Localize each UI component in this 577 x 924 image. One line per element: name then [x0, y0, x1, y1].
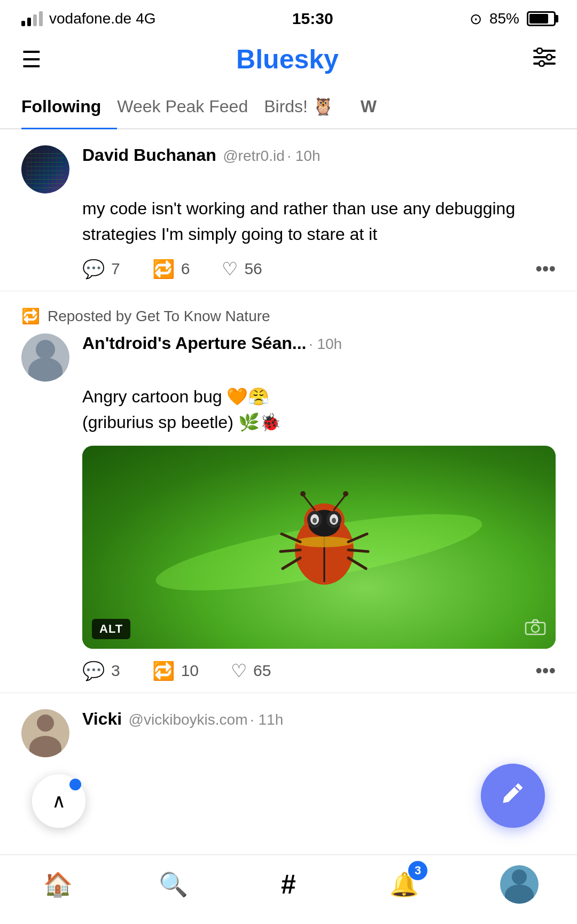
scroll-up-button[interactable]: ∧	[32, 774, 85, 828]
post-2-reply-btn[interactable]: 💬 3	[82, 660, 120, 681]
svg-line-21	[348, 550, 368, 552]
post-3-time: · 11h	[250, 711, 283, 728]
status-time: 15:30	[292, 10, 333, 28]
tabs-container: Following Week Peak Feed Birds! 🦉 W	[0, 86, 577, 129]
post-1-header: David Buchanan @retr0.id · 10h	[21, 145, 556, 193]
filter-button[interactable]	[533, 46, 556, 72]
nav-home[interactable]: 🏠	[36, 863, 79, 906]
repost-icon: 🔁	[152, 258, 175, 279]
post-1-text: my code isn't working and rather than us…	[82, 196, 556, 247]
status-right: ⊙ 85%	[470, 10, 556, 28]
post-1-avatar[interactable]	[21, 145, 69, 193]
post-2-avatar[interactable]	[21, 333, 69, 382]
post-2-actions: 💬 3 🔁 10 ♡ 65 •••	[82, 659, 556, 682]
svg-point-26	[343, 491, 348, 496]
post-2-text: Angry cartoon bug 🧡😤 (griburius sp beetl…	[82, 384, 556, 435]
post-2: 🔁 Reposted by Get To Know Nature An'tdro…	[0, 291, 577, 693]
post-1-author[interactable]: David Buchanan	[82, 145, 216, 165]
nav-search[interactable]: 🔍	[152, 863, 194, 906]
post-3-avatar[interactable]	[21, 709, 69, 757]
nav-notifications[interactable]: 🔔 3	[383, 863, 425, 906]
bottom-nav: 🏠 🔍 # 🔔 3	[0, 855, 577, 924]
scroll-up-dot	[69, 779, 81, 790]
like-icon-2: ♡	[231, 660, 247, 681]
svg-point-16	[295, 537, 354, 547]
nav-profile[interactable]	[498, 863, 541, 906]
like-count: 56	[244, 260, 262, 278]
post-2-repost-btn[interactable]: 🔁 10	[152, 660, 199, 681]
reply-count: 7	[111, 260, 120, 278]
compose-icon	[499, 779, 527, 813]
post-3-author[interactable]: Vicki	[82, 709, 122, 728]
post-3-preview: Vicki @vickiboykis.com · 11h	[0, 693, 577, 763]
post-2-header: An'tdroid's Aperture Séan... · 10h	[21, 333, 556, 382]
tab-birds[interactable]: Birds! 🦉	[264, 86, 350, 128]
svg-line-18	[280, 550, 300, 552]
battery-icon	[527, 11, 556, 26]
svg-point-5	[539, 61, 544, 66]
like-icon: ♡	[222, 258, 238, 279]
svg-point-25	[300, 491, 306, 496]
signal-bars	[21, 11, 43, 26]
repost-indicator: 🔁 Reposted by Get To Know Nature	[21, 307, 556, 325]
tab-w[interactable]: W	[355, 86, 382, 128]
post-2-time: · 10h	[309, 336, 342, 352]
post-2-meta: An'tdroid's Aperture Séan... · 10h	[82, 333, 556, 353]
post-1-time: · 10h	[287, 147, 320, 164]
svg-point-4	[547, 55, 552, 60]
post-1-more-btn[interactable]: •••	[535, 258, 556, 280]
reply-icon-2: 💬	[82, 660, 105, 681]
scroll-up-icon: ∧	[52, 790, 66, 812]
repost-icon-2: 🔁	[152, 660, 175, 681]
svg-point-14	[332, 518, 336, 523]
beetle-illustration	[271, 488, 378, 595]
svg-point-3	[537, 48, 542, 53]
post-2-author[interactable]: An'tdroid's Aperture Séan...	[82, 333, 306, 353]
post-3-meta: Vicki @vickiboykis.com · 11h	[82, 709, 556, 729]
svg-point-13	[313, 518, 317, 523]
nav-profile-avatar	[500, 865, 539, 904]
svg-point-28	[532, 625, 539, 632]
status-bar: vodafone.de 4G 15:30 ⊙ 85%	[0, 0, 577, 33]
post-1: David Buchanan @retr0.id · 10h my code i…	[0, 129, 577, 291]
alt-badge[interactable]: ALT	[92, 619, 130, 639]
tab-following[interactable]: Following	[21, 86, 117, 128]
tab-week-peak[interactable]: Week Peak Feed	[117, 86, 264, 128]
menu-button[interactable]: ☰	[21, 46, 42, 73]
compose-button[interactable]	[481, 764, 545, 828]
notification-count: 3	[408, 861, 427, 880]
network-type: 4G	[136, 10, 155, 27]
search-icon: 🔍	[159, 871, 188, 898]
post-1-like-btn[interactable]: ♡ 56	[222, 258, 262, 279]
app-title: Bluesky	[236, 44, 339, 75]
status-left: vodafone.de 4G	[21, 10, 156, 27]
reply-icon: 💬	[82, 258, 105, 279]
home-icon: 🏠	[43, 871, 73, 898]
reply-count-2: 3	[111, 662, 120, 680]
post-2-image[interactable]: ALT	[82, 446, 556, 649]
post-1-actions: 💬 7 🔁 6 ♡ 56 •••	[82, 258, 556, 280]
repost-indicator-icon: 🔁	[21, 307, 40, 325]
post-1-reply-btn[interactable]: 💬 7	[82, 258, 120, 279]
repost-count: 6	[181, 260, 190, 278]
post-1-repost-btn[interactable]: 🔁 6	[152, 258, 190, 279]
location-icon: ⊙	[470, 10, 482, 28]
camera-icon	[525, 618, 546, 639]
repost-by-text: Reposted by Get To Know Nature	[48, 308, 270, 325]
battery-percent: 85%	[489, 10, 519, 27]
svg-line-23	[303, 495, 315, 510]
post-3-handle: @vickiboykis.com	[129, 711, 248, 728]
svg-line-24	[334, 495, 346, 510]
post-1-handle: @retr0.id	[223, 147, 285, 164]
nav-hashtag[interactable]: #	[267, 863, 310, 906]
carrier-text: vodafone.de	[49, 10, 131, 27]
post-2-more-btn[interactable]: •••	[535, 659, 556, 682]
repost-count-2: 10	[181, 662, 199, 680]
hashtag-icon: #	[281, 869, 296, 900]
like-count-2: 65	[253, 662, 271, 680]
header: ☰ Bluesky	[0, 33, 577, 86]
post-1-meta: David Buchanan @retr0.id · 10h	[82, 145, 556, 165]
post-2-like-btn[interactable]: ♡ 65	[231, 660, 271, 681]
